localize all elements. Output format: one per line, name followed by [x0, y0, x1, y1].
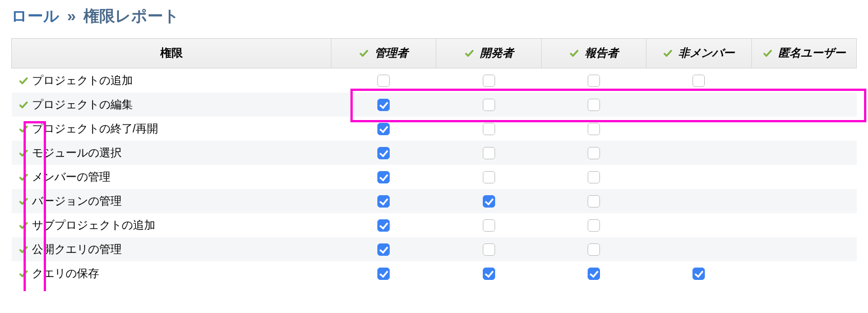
table-row: メンバーの管理: [12, 165, 857, 189]
permission-label: プロジェクトの追加: [32, 74, 133, 86]
checkbox-cell: [541, 165, 646, 189]
header-role-label: 開発者: [480, 45, 514, 61]
checkbox-cell: [436, 189, 541, 213]
checkbox-cell: [647, 141, 751, 165]
permission-cell: メンバーの管理: [12, 165, 331, 189]
check-icon: [19, 172, 29, 182]
checkbox-cell: [751, 165, 856, 189]
checkbox-cell: [541, 93, 646, 117]
table-body: プロジェクトの追加プロジェクトの編集プロジェクトの終了/再開モジュールの選択メン…: [12, 68, 857, 286]
header-role[interactable]: 非メンバー: [647, 39, 751, 68]
checkbox-cell: [436, 141, 541, 165]
breadcrumb-separator: »: [67, 7, 76, 25]
checkbox-cell: [751, 189, 856, 213]
checkbox-cell: [647, 68, 751, 93]
permission-checkbox[interactable]: [692, 268, 705, 280]
checkbox-cell: [647, 213, 751, 237]
permission-checkbox[interactable]: [377, 147, 390, 159]
checkbox-cell: [541, 68, 646, 93]
header-role-label: 匿名ユーザー: [778, 45, 846, 61]
check-icon: [663, 48, 673, 58]
permission-checkbox[interactable]: [588, 75, 600, 87]
checkbox-cell: [647, 165, 751, 189]
header-role[interactable]: 管理者: [331, 39, 436, 68]
permission-checkbox[interactable]: [483, 243, 495, 256]
permission-checkbox[interactable]: [377, 171, 390, 183]
checkbox-cell: [436, 93, 541, 117]
checkbox-cell: [647, 117, 751, 141]
check-icon: [19, 245, 29, 255]
checkbox-cell: [331, 165, 436, 189]
permission-checkbox[interactable]: [483, 123, 495, 135]
checkbox-cell: [647, 261, 751, 286]
permission-checkbox[interactable]: [377, 243, 390, 256]
check-icon: [19, 220, 29, 231]
header-permission: 権限: [12, 39, 331, 68]
table-row: プロジェクトの追加: [12, 68, 857, 93]
permission-checkbox[interactable]: [377, 219, 390, 232]
permission-checkbox[interactable]: [483, 195, 495, 208]
page-title: ロール » 権限レポート: [11, 6, 857, 27]
roles-link[interactable]: ロール: [11, 7, 59, 25]
checkbox-cell: [331, 213, 436, 237]
permission-checkbox[interactable]: [483, 268, 495, 280]
checkbox-cell: [541, 117, 646, 141]
permission-checkbox[interactable]: [692, 75, 705, 87]
permission-checkbox[interactable]: [483, 219, 495, 232]
permission-checkbox[interactable]: [588, 243, 600, 256]
header-role[interactable]: 開発者: [436, 39, 541, 68]
permission-checkbox[interactable]: [588, 171, 600, 183]
permission-label: 公開クエリの管理: [32, 243, 122, 255]
permission-checkbox[interactable]: [483, 99, 495, 111]
check-icon: [359, 48, 369, 58]
permission-checkbox[interactable]: [588, 219, 600, 232]
permission-checkbox[interactable]: [377, 268, 390, 280]
checkbox-cell: [647, 93, 751, 117]
permission-checkbox[interactable]: [588, 268, 600, 280]
check-icon: [763, 48, 773, 58]
checkbox-cell: [436, 261, 541, 286]
permission-cell: バージョンの管理: [12, 189, 331, 213]
permission-cell: プロジェクトの編集: [12, 93, 331, 117]
header-role-label: 管理者: [375, 45, 408, 61]
check-icon: [19, 269, 29, 279]
permission-checkbox[interactable]: [588, 147, 600, 159]
checkbox-cell: [436, 237, 541, 261]
check-icon: [19, 76, 29, 86]
table-row: プロジェクトの編集: [12, 93, 857, 117]
permission-checkbox[interactable]: [588, 195, 600, 208]
header-role-label: 報告者: [585, 45, 618, 61]
permission-checkbox[interactable]: [588, 99, 600, 111]
checkbox-cell: [331, 93, 436, 117]
permission-checkbox[interactable]: [377, 99, 390, 111]
table-row: クエリの保存: [12, 261, 857, 286]
permission-label: メンバーの管理: [32, 171, 110, 183]
permission-checkbox[interactable]: [377, 195, 390, 208]
checkbox-cell: [751, 237, 856, 261]
page-title-text: 権限レポート: [84, 7, 179, 25]
check-icon: [19, 196, 29, 206]
table-row: プロジェクトの終了/再開: [12, 117, 857, 141]
checkbox-cell: [541, 237, 646, 261]
permission-checkbox[interactable]: [377, 123, 390, 135]
table-row: バージョンの管理: [12, 189, 857, 213]
permission-cell: プロジェクトの終了/再開: [12, 117, 331, 141]
permission-label: バージョンの管理: [32, 195, 122, 207]
permission-checkbox[interactable]: [483, 147, 495, 159]
permission-cell: クエリの保存: [12, 261, 331, 286]
permission-checkbox[interactable]: [483, 171, 495, 183]
header-role[interactable]: 匿名ユーザー: [751, 39, 856, 68]
checkbox-cell: [751, 93, 856, 117]
checkbox-cell: [647, 189, 751, 213]
table-row: サブプロジェクトの追加: [12, 213, 857, 237]
checkbox-cell: [331, 117, 436, 141]
checkbox-cell: [436, 68, 541, 93]
permission-checkbox[interactable]: [588, 123, 600, 135]
permissions-table: 権限 管理者開発者報告者非メンバー匿名ユーザー プロジェクトの追加プロジェクトの…: [11, 38, 857, 286]
permission-label: モジュールの選択: [32, 146, 122, 159]
header-role[interactable]: 報告者: [541, 39, 646, 68]
permission-checkbox[interactable]: [483, 75, 495, 87]
checkbox-cell: [331, 189, 436, 213]
permission-checkbox[interactable]: [377, 75, 390, 87]
checkbox-cell: [751, 261, 856, 286]
